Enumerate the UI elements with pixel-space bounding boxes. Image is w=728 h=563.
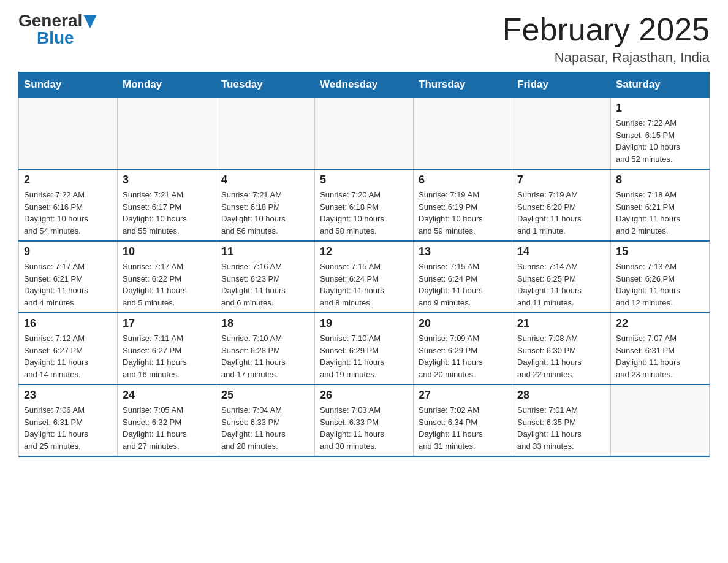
- weekday-header-saturday: Saturday: [611, 72, 710, 98]
- calendar-day-cell: 20Sunrise: 7:09 AM Sunset: 6:29 PM Dayli…: [414, 313, 512, 385]
- day-info: Sunrise: 7:02 AM Sunset: 6:34 PM Dayligh…: [419, 404, 507, 452]
- day-number: 20: [419, 317, 507, 330]
- calendar-table: SundayMondayTuesdayWednesdayThursdayFrid…: [18, 72, 710, 457]
- day-info: Sunrise: 7:12 AM Sunset: 6:27 PM Dayligh…: [24, 332, 112, 380]
- day-info: Sunrise: 7:22 AM Sunset: 6:15 PM Dayligh…: [616, 117, 704, 165]
- page-header: General Blue February 2025 Napasar, Raja…: [18, 12, 710, 66]
- calendar-day-cell: 16Sunrise: 7:12 AM Sunset: 6:27 PM Dayli…: [19, 313, 118, 385]
- day-info: Sunrise: 7:08 AM Sunset: 6:30 PM Dayligh…: [517, 332, 605, 380]
- day-info: Sunrise: 7:20 AM Sunset: 6:18 PM Dayligh…: [320, 189, 408, 237]
- day-number: 26: [320, 389, 408, 402]
- calendar-day-cell: 1Sunrise: 7:22 AM Sunset: 6:15 PM Daylig…: [611, 98, 710, 169]
- day-number: 1: [616, 102, 704, 115]
- day-info: Sunrise: 7:18 AM Sunset: 6:21 PM Dayligh…: [616, 189, 704, 237]
- day-number: 15: [616, 245, 704, 258]
- calendar-day-cell: 24Sunrise: 7:05 AM Sunset: 6:32 PM Dayli…: [118, 385, 216, 456]
- weekday-header-friday: Friday: [512, 72, 611, 98]
- calendar-week-row: 16Sunrise: 7:12 AM Sunset: 6:27 PM Dayli…: [19, 313, 710, 385]
- day-number: 3: [123, 174, 211, 186]
- weekday-header-thursday: Thursday: [414, 72, 512, 98]
- day-info: Sunrise: 7:14 AM Sunset: 6:25 PM Dayligh…: [517, 261, 605, 308]
- day-info: Sunrise: 7:16 AM Sunset: 6:23 PM Dayligh…: [221, 261, 309, 308]
- day-info: Sunrise: 7:15 AM Sunset: 6:24 PM Dayligh…: [419, 261, 507, 308]
- weekday-header-wednesday: Wednesday: [315, 72, 414, 98]
- calendar-day-cell: [414, 98, 512, 169]
- calendar-day-cell: 11Sunrise: 7:16 AM Sunset: 6:23 PM Dayli…: [216, 241, 315, 313]
- svg-marker-0: [83, 15, 97, 28]
- day-number: 22: [616, 317, 704, 330]
- calendar-day-cell: 15Sunrise: 7:13 AM Sunset: 6:26 PM Dayli…: [611, 241, 710, 313]
- day-info: Sunrise: 7:10 AM Sunset: 6:29 PM Dayligh…: [320, 332, 408, 380]
- calendar-day-cell: 9Sunrise: 7:17 AM Sunset: 6:21 PM Daylig…: [19, 241, 118, 313]
- day-number: 10: [123, 245, 211, 258]
- day-info: Sunrise: 7:15 AM Sunset: 6:24 PM Dayligh…: [320, 261, 408, 308]
- title-block: February 2025 Napasar, Rajasthan, India: [502, 12, 710, 66]
- calendar-day-cell: 7Sunrise: 7:19 AM Sunset: 6:20 PM Daylig…: [512, 169, 611, 241]
- calendar-week-row: 23Sunrise: 7:06 AM Sunset: 6:31 PM Dayli…: [19, 385, 710, 456]
- calendar-day-cell: 22Sunrise: 7:07 AM Sunset: 6:31 PM Dayli…: [611, 313, 710, 385]
- day-number: 27: [419, 389, 507, 402]
- calendar-day-cell: [611, 385, 710, 456]
- day-info: Sunrise: 7:19 AM Sunset: 6:19 PM Dayligh…: [419, 189, 507, 237]
- day-number: 24: [123, 389, 211, 402]
- calendar-day-cell: 14Sunrise: 7:14 AM Sunset: 6:25 PM Dayli…: [512, 241, 611, 313]
- day-info: Sunrise: 7:17 AM Sunset: 6:21 PM Dayligh…: [24, 261, 112, 308]
- day-number: 6: [419, 174, 507, 186]
- calendar-day-cell: 13Sunrise: 7:15 AM Sunset: 6:24 PM Dayli…: [414, 241, 512, 313]
- day-info: Sunrise: 7:21 AM Sunset: 6:18 PM Dayligh…: [221, 189, 309, 237]
- calendar-day-cell: 8Sunrise: 7:18 AM Sunset: 6:21 PM Daylig…: [611, 169, 710, 241]
- calendar-day-cell: [216, 98, 315, 169]
- day-number: 28: [517, 389, 605, 402]
- day-info: Sunrise: 7:06 AM Sunset: 6:31 PM Dayligh…: [24, 404, 112, 452]
- day-number: 13: [419, 245, 507, 258]
- day-info: Sunrise: 7:19 AM Sunset: 6:20 PM Dayligh…: [517, 189, 605, 237]
- day-number: 7: [517, 174, 605, 186]
- calendar-week-row: 2Sunrise: 7:22 AM Sunset: 6:16 PM Daylig…: [19, 169, 710, 241]
- day-info: Sunrise: 7:01 AM Sunset: 6:35 PM Dayligh…: [517, 404, 605, 452]
- calendar-day-cell: 21Sunrise: 7:08 AM Sunset: 6:30 PM Dayli…: [512, 313, 611, 385]
- location-subtitle: Napasar, Rajasthan, India: [502, 50, 710, 66]
- day-number: 12: [320, 245, 408, 258]
- calendar-day-cell: 19Sunrise: 7:10 AM Sunset: 6:29 PM Dayli…: [315, 313, 414, 385]
- day-info: Sunrise: 7:05 AM Sunset: 6:32 PM Dayligh…: [123, 404, 211, 452]
- calendar-day-cell: 25Sunrise: 7:04 AM Sunset: 6:33 PM Dayli…: [216, 385, 315, 456]
- day-info: Sunrise: 7:07 AM Sunset: 6:31 PM Dayligh…: [616, 332, 704, 380]
- calendar-week-row: 1Sunrise: 7:22 AM Sunset: 6:15 PM Daylig…: [19, 98, 710, 169]
- calendar-day-cell: 10Sunrise: 7:17 AM Sunset: 6:22 PM Dayli…: [118, 241, 216, 313]
- calendar-day-cell: 2Sunrise: 7:22 AM Sunset: 6:16 PM Daylig…: [19, 169, 118, 241]
- day-info: Sunrise: 7:17 AM Sunset: 6:22 PM Dayligh…: [123, 261, 211, 308]
- day-number: 2: [24, 174, 112, 186]
- calendar-day-cell: 17Sunrise: 7:11 AM Sunset: 6:27 PM Dayli…: [118, 313, 216, 385]
- calendar-day-cell: [315, 98, 414, 169]
- day-number: 21: [517, 317, 605, 330]
- day-number: 23: [24, 389, 112, 402]
- day-number: 14: [517, 245, 605, 258]
- calendar-day-cell: 5Sunrise: 7:20 AM Sunset: 6:18 PM Daylig…: [315, 169, 414, 241]
- day-number: 9: [24, 245, 112, 258]
- day-info: Sunrise: 7:09 AM Sunset: 6:29 PM Dayligh…: [419, 332, 507, 380]
- day-info: Sunrise: 7:04 AM Sunset: 6:33 PM Dayligh…: [221, 404, 309, 452]
- day-number: 11: [221, 245, 309, 258]
- logo-blue-text: Blue: [37, 28, 74, 47]
- day-info: Sunrise: 7:22 AM Sunset: 6:16 PM Dayligh…: [24, 189, 112, 237]
- month-title: February 2025: [502, 12, 710, 47]
- day-number: 16: [24, 317, 112, 330]
- day-info: Sunrise: 7:11 AM Sunset: 6:27 PM Dayligh…: [123, 332, 211, 380]
- calendar-day-cell: [512, 98, 611, 169]
- day-info: Sunrise: 7:03 AM Sunset: 6:33 PM Dayligh…: [320, 404, 408, 452]
- calendar-day-cell: 26Sunrise: 7:03 AM Sunset: 6:33 PM Dayli…: [315, 385, 414, 456]
- logo: General Blue: [18, 12, 97, 47]
- weekday-header-tuesday: Tuesday: [216, 72, 315, 98]
- day-info: Sunrise: 7:21 AM Sunset: 6:17 PM Dayligh…: [123, 189, 211, 237]
- logo-triangle-icon: [83, 15, 97, 28]
- weekday-header-monday: Monday: [118, 72, 216, 98]
- calendar-day-cell: 3Sunrise: 7:21 AM Sunset: 6:17 PM Daylig…: [118, 169, 216, 241]
- calendar-week-row: 9Sunrise: 7:17 AM Sunset: 6:21 PM Daylig…: [19, 241, 710, 313]
- calendar-day-cell: 4Sunrise: 7:21 AM Sunset: 6:18 PM Daylig…: [216, 169, 315, 241]
- calendar-day-cell: 12Sunrise: 7:15 AM Sunset: 6:24 PM Dayli…: [315, 241, 414, 313]
- logo-general-text: General: [18, 12, 82, 29]
- day-number: 4: [221, 174, 309, 186]
- calendar-day-cell: 27Sunrise: 7:02 AM Sunset: 6:34 PM Dayli…: [414, 385, 512, 456]
- day-number: 25: [221, 389, 309, 402]
- calendar-day-cell: 18Sunrise: 7:10 AM Sunset: 6:28 PM Dayli…: [216, 313, 315, 385]
